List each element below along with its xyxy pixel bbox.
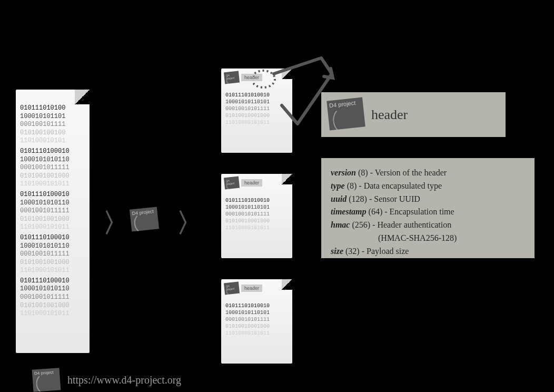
d4-logo-icon: D4 project <box>32 368 61 392</box>
header-fields-box: version (8) - Version of the header type… <box>321 158 535 258</box>
encapsulated-packet-2: D4 project header 01011101010010 1000101… <box>221 174 292 258</box>
d4-logo-icon: D4 project <box>224 71 240 84</box>
chevron-right-icon: 〉 <box>103 205 129 241</box>
field-hmac-sub: (HMAC-SHA256-128) <box>331 232 525 245</box>
svg-point-0 <box>253 71 275 87</box>
field-version: version (8) - Version of the header <box>331 166 525 180</box>
footer: D4 project https://www.d4-project.org <box>33 369 181 391</box>
d4-logo-icon: D4 project <box>327 97 365 131</box>
binary-data: 01011101010010 10001010110101 0001001010… <box>221 193 292 236</box>
input-stream-file: 010111010100 100010101101 000100101111 0… <box>16 90 90 353</box>
header-label: header <box>241 285 262 292</box>
header-title: header <box>371 107 408 123</box>
d4-logo-icon: D4 project <box>130 207 159 231</box>
field-uuid: uuid (128) - Sensor UUID <box>331 193 525 206</box>
encapsulated-packet-3: D4 project header 01011101010010 1000101… <box>221 279 292 364</box>
field-hmac: hmac (256) - Header authentication <box>331 219 525 232</box>
binary-data: 010111010100 100010101101 000100101111 0… <box>16 100 90 325</box>
d4-logo-icon: D4 project <box>224 282 240 295</box>
field-type: type (8) - Data encapsulated type <box>331 180 525 193</box>
field-size: size (32) - Payload size <box>331 245 525 258</box>
packet-header: D4 project header <box>224 282 262 294</box>
field-timestamp: timestamp (64) - Encapsulation time <box>331 205 525 219</box>
footer-url: https://www.d4-project.org <box>67 374 181 386</box>
header-label: header <box>241 179 262 187</box>
packet-header: D4 project header <box>224 177 262 189</box>
binary-data: 01011101010010 10001010110101 0001001010… <box>221 298 292 341</box>
d4-logo-icon: D4 project <box>224 177 240 190</box>
chevron-right-icon: 〉 <box>176 205 203 241</box>
